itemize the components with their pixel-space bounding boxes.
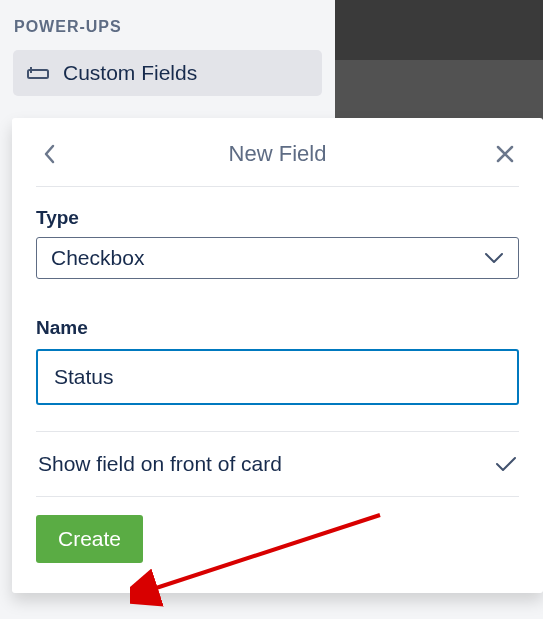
- check-icon: [495, 455, 517, 473]
- type-label: Type: [36, 207, 519, 229]
- modal-title: New Field: [229, 141, 327, 167]
- name-label: Name: [36, 317, 519, 339]
- sidebar-item-custom-fields[interactable]: Custom Fields: [13, 50, 322, 96]
- new-field-modal: New Field Type Checkbox Name Show field …: [12, 118, 543, 593]
- modal-header: New Field: [36, 134, 519, 187]
- background-image-area: [335, 0, 543, 120]
- sidebar: POWER-UPS Custom Fields: [0, 0, 335, 120]
- chevron-down-icon: [484, 252, 504, 264]
- close-icon: [496, 145, 514, 163]
- sidebar-item-label: Custom Fields: [63, 61, 197, 85]
- divider: [36, 496, 519, 497]
- name-input[interactable]: [36, 349, 519, 405]
- toggle-label: Show field on front of card: [38, 452, 282, 476]
- chevron-left-icon: [43, 143, 57, 165]
- sidebar-heading: POWER-UPS: [13, 18, 322, 36]
- custom-fields-icon: [27, 66, 49, 80]
- show-on-front-toggle[interactable]: Show field on front of card: [36, 432, 519, 496]
- create-button[interactable]: Create: [36, 515, 143, 563]
- type-select-value: Checkbox: [51, 246, 144, 270]
- back-button[interactable]: [36, 140, 64, 168]
- type-select[interactable]: Checkbox: [36, 237, 519, 279]
- close-button[interactable]: [491, 140, 519, 168]
